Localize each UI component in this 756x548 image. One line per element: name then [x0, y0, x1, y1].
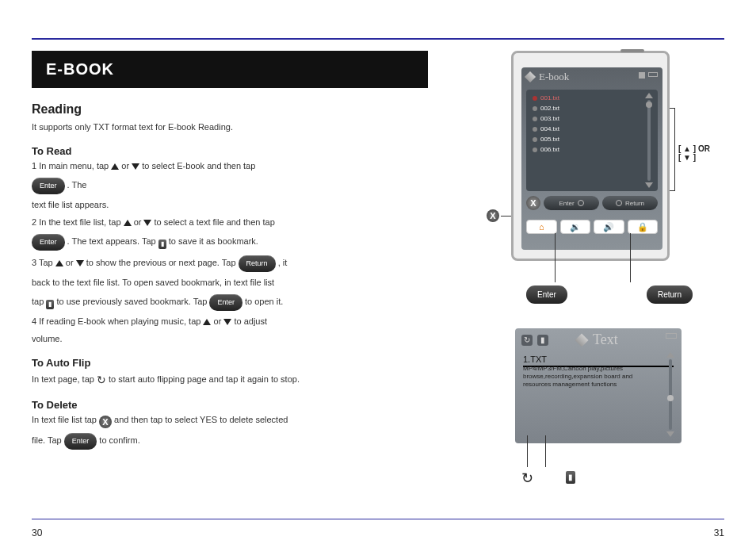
footer-enter-label: Enter	[559, 200, 574, 207]
step1-text-or: or	[121, 161, 132, 171]
file-name: 004.txt	[540, 125, 559, 132]
textview-body: MP4/MP3/FM,Cartoon play,pictures browse,…	[523, 365, 650, 389]
triangle-down-icon	[143, 220, 151, 226]
reload-icon[interactable]: ↻	[97, 374, 106, 386]
list-item[interactable]: 001.txt	[529, 93, 643, 103]
enter-button[interactable]: Enter	[209, 294, 242, 311]
toolbar-home-button[interactable]: ⌂	[526, 220, 557, 234]
scroll-up-icon[interactable]	[645, 93, 653, 98]
file-name: 006.txt	[540, 146, 559, 153]
reload-icon[interactable]: ↻	[521, 469, 533, 487]
callout-line	[630, 233, 631, 282]
file-dot-icon	[533, 148, 537, 152]
del-text-a: In text file list tap	[32, 415, 99, 424]
triangle-down-icon	[223, 319, 231, 325]
triangle-up-icon	[124, 220, 132, 226]
textview-header: ↻ ▮ Text	[515, 328, 682, 351]
step2-text-c: . The text appears. Tap	[67, 236, 158, 246]
return-button[interactable]: Return	[647, 285, 693, 304]
scrollbar[interactable]	[643, 93, 655, 188]
page-number-right: 31	[714, 527, 724, 538]
reading-heading: Reading	[32, 102, 444, 117]
reload-icon[interactable]: ↻	[521, 335, 533, 346]
to-auto-flip-heading: To Auto Flip	[32, 357, 444, 369]
footer-return-button[interactable]: Return	[602, 196, 658, 210]
callout-line	[527, 435, 528, 467]
scroll-down-icon[interactable]	[645, 182, 653, 188]
scroll-up-icon[interactable]	[666, 352, 674, 358]
delete-x-icon[interactable]: X	[99, 416, 112, 428]
bookmark-icon[interactable]: ▮	[158, 240, 166, 249]
diamond-icon	[525, 71, 536, 82]
scrollbar[interactable]	[664, 352, 677, 437]
list-item[interactable]: 006.txt	[529, 144, 643, 155]
delete-x-icon[interactable]: X	[487, 209, 499, 222]
list-item[interactable]: 002.txt	[529, 103, 643, 113]
list-item[interactable]: 005.txt	[529, 134, 643, 144]
ring-icon	[578, 200, 584, 206]
device-top-button	[620, 49, 644, 52]
file-dot-icon	[533, 96, 537, 101]
enter-button[interactable]: Enter	[526, 285, 567, 304]
delete-body-2: file. Tap Enter to confirm.	[32, 433, 444, 450]
step3-or: or	[66, 258, 76, 267]
file-name: 003.txt	[540, 115, 559, 122]
step3-text-b: to show the previous or next page. Tap	[86, 258, 239, 267]
bookmark-icon[interactable]: ▮	[537, 335, 548, 346]
to-read-heading: To Read	[32, 145, 444, 157]
toolbar-vol-up-button[interactable]: 🔊	[594, 220, 624, 234]
scroll-track[interactable]	[647, 100, 651, 181]
auto-text-a: In text page, tap	[32, 374, 97, 384]
step-1b: Enter . The	[32, 178, 444, 194]
callout-line	[545, 435, 546, 467]
battery-icon	[648, 72, 658, 77]
bookmark-icon[interactable]: ▮	[566, 471, 575, 484]
file-list: 001.txt 002.txt 003.txt 004.txt 005.txt …	[529, 93, 643, 188]
step-3: 3 Tap or to show the previous or next pa…	[32, 255, 444, 272]
scroll-down-icon[interactable]	[666, 431, 674, 437]
step-1c: text file list appears.	[32, 199, 444, 212]
file-name: 002.txt	[540, 105, 559, 112]
del-text-c: file. Tap	[32, 435, 64, 445]
file-dot-icon	[533, 127, 537, 132]
triangle-up-icon	[111, 163, 119, 170]
text-view-panel: ↻ ▮ Text 1.TXT MP4/MP3/FM,Cartoon play,p…	[515, 328, 682, 443]
triangle-up-icon	[203, 319, 211, 325]
footer-x-button[interactable]: X	[526, 196, 540, 210]
enter-button[interactable]: Enter	[32, 178, 65, 194]
footer-return-label: Return	[625, 200, 644, 207]
step4-text-a: 4 If reading E-book when playing music, …	[32, 316, 203, 326]
step1-text-c: . The	[67, 180, 87, 190]
step4-text-b: to adjust	[234, 316, 267, 326]
bookmark-icon[interactable]: ▮	[46, 300, 54, 309]
list-item[interactable]: 004.txt	[529, 124, 643, 134]
ring-icon	[616, 200, 622, 206]
toolbar-lock-button[interactable]: 🔒	[628, 220, 659, 234]
step3-text-d: tap	[32, 297, 46, 306]
footer-enter-button[interactable]: Enter	[544, 196, 599, 210]
screen-title: E-book	[539, 71, 569, 83]
intro-body: It supports only TXT format text for E-b…	[32, 121, 444, 134]
scroll-track[interactable]	[669, 359, 672, 430]
list-item[interactable]: 003.txt	[529, 113, 643, 124]
toolbar-vol-down-button[interactable]: 🔉	[560, 220, 591, 234]
step1-text-a: 1 In main menu, tap	[32, 161, 111, 171]
step-4b: volume.	[32, 333, 444, 346]
step3-text-f: to open it.	[245, 297, 283, 306]
enter-button[interactable]: Enter	[32, 234, 65, 251]
page-number-left: 30	[32, 527, 42, 538]
triangle-up-icon	[55, 260, 63, 266]
enter-button[interactable]: Enter	[64, 433, 97, 450]
step2-or: or	[134, 217, 144, 227]
scroll-thumb[interactable]	[646, 102, 652, 108]
diamond-icon	[575, 333, 589, 347]
scroll-thumb[interactable]	[667, 395, 674, 401]
to-delete-heading: To Delete	[32, 399, 444, 411]
return-button[interactable]: Return	[239, 255, 276, 272]
file-dot-icon	[533, 117, 537, 121]
bracket-line	[669, 108, 675, 191]
left-column: E-BOOK Reading It supports only TXT form…	[32, 51, 444, 454]
screen-header: E-book	[521, 67, 662, 86]
file-panel: 001.txt 002.txt 003.txt 004.txt 005.txt …	[526, 90, 658, 191]
device-screen: E-book 001.txt 002.txt 003.txt 004.txt 0…	[521, 67, 662, 250]
